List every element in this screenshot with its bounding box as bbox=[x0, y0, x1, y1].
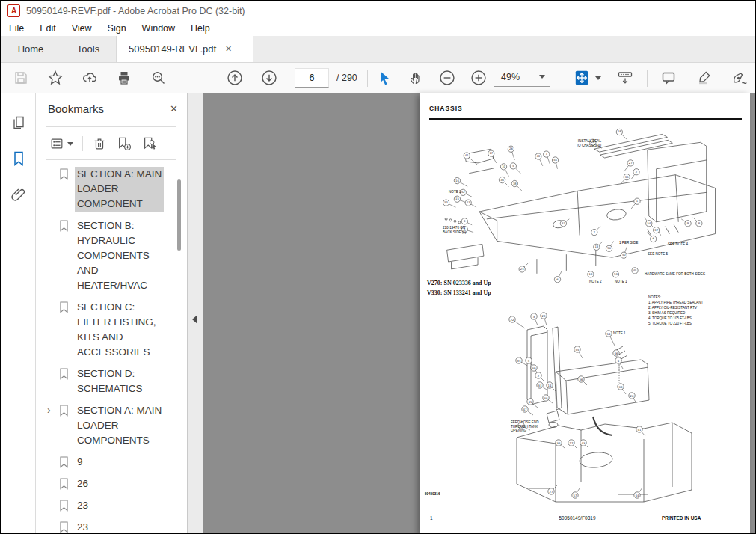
cloud-upload-icon[interactable] bbox=[81, 69, 99, 87]
svg-text:34: 34 bbox=[517, 359, 521, 363]
pdf-page[interactable]: CHASSIS bbox=[420, 93, 750, 534]
label-back-side: 210-19470 ON BACK SIDE (6) bbox=[443, 226, 466, 234]
bookmark-icon bbox=[58, 405, 70, 417]
tab-document-label: 50950149-REVF.pdf bbox=[129, 43, 216, 55]
svg-text:40: 40 bbox=[536, 155, 540, 158]
bookmark-item[interactable]: › SECTION A: MAIN LOADER COMPONENTS bbox=[36, 403, 176, 448]
tab-home[interactable]: Home bbox=[1, 36, 60, 62]
fill-sign-icon[interactable] bbox=[731, 69, 749, 87]
page-up-icon[interactable] bbox=[226, 69, 244, 87]
svg-text:33: 33 bbox=[562, 222, 565, 225]
bookmark-item[interactable]: › 23 bbox=[36, 520, 176, 533]
svg-text:33: 33 bbox=[538, 384, 542, 387]
note-line: 1. APPLY PIPE THREAD SEALANT bbox=[648, 300, 703, 305]
zoom-in-icon[interactable] bbox=[470, 69, 488, 87]
bookmark-label: SECTION A: MAIN LOADER COMPONENT bbox=[75, 167, 164, 212]
search-icon[interactable] bbox=[150, 69, 168, 87]
page-thumbnails-icon[interactable] bbox=[10, 114, 27, 131]
bookmark-item[interactable]: › 9 bbox=[36, 455, 176, 470]
menu-help[interactable]: Help bbox=[183, 22, 218, 35]
main-toolbar: / 290 49% bbox=[1, 63, 755, 93]
acrobat-window: A 50950149-REVF.pdf - Adobe Acrobat Pro … bbox=[0, 0, 756, 534]
svg-text:50: 50 bbox=[622, 254, 626, 257]
bookmark-icon bbox=[58, 368, 70, 380]
svg-text:38: 38 bbox=[513, 182, 517, 185]
bookmark-icon bbox=[58, 456, 70, 468]
bookmark-icon bbox=[58, 220, 70, 232]
bookmarks-scrollbar[interactable] bbox=[177, 179, 181, 251]
svg-text:44: 44 bbox=[636, 494, 639, 497]
zoom-level-value: 49% bbox=[501, 72, 520, 82]
comment-icon[interactable] bbox=[660, 69, 677, 87]
heading-rule bbox=[429, 118, 742, 120]
options-icon[interactable] bbox=[49, 136, 73, 151]
svg-text:30: 30 bbox=[619, 385, 623, 389]
chevron-down-icon[interactable] bbox=[595, 76, 601, 80]
tab-close-icon[interactable]: ✕ bbox=[225, 44, 232, 54]
page-total-label: / 290 bbox=[336, 73, 357, 83]
label-note3: NOTE 3 bbox=[449, 190, 461, 194]
star-icon[interactable] bbox=[46, 69, 64, 87]
svg-text:41: 41 bbox=[465, 154, 469, 157]
notes-block: NOTES: 1. APPLY PIPE THREAD SEALANT 2. A… bbox=[648, 295, 703, 326]
chevron-right-icon[interactable]: › bbox=[47, 404, 51, 416]
svg-text:17: 17 bbox=[489, 152, 493, 155]
label-see-note5: SEE NOTE 5 bbox=[648, 252, 668, 257]
notes-title: NOTES: bbox=[648, 295, 703, 300]
svg-text:52: 52 bbox=[461, 191, 465, 194]
svg-text:37: 37 bbox=[654, 229, 658, 232]
hand-icon[interactable] bbox=[407, 69, 425, 87]
zoom-out-icon[interactable] bbox=[438, 69, 456, 87]
svg-text:36: 36 bbox=[557, 441, 561, 445]
menu-sign[interactable]: Sign bbox=[100, 22, 135, 35]
svg-text:38: 38 bbox=[544, 396, 548, 400]
bookmark-item[interactable]: › SECTION A: MAIN LOADER COMPONENT bbox=[36, 167, 176, 212]
svg-text:28: 28 bbox=[630, 394, 634, 398]
print-icon[interactable] bbox=[115, 69, 133, 87]
collapse-panel-icon[interactable] bbox=[192, 315, 197, 324]
footer-printed-in-usa: PRINTED IN USA bbox=[662, 515, 701, 521]
menu-view[interactable]: View bbox=[64, 22, 100, 35]
save-icon[interactable] bbox=[12, 69, 30, 87]
bookmark-label: 9 bbox=[75, 455, 85, 470]
menu-window[interactable]: Window bbox=[135, 22, 183, 35]
svg-text:56: 56 bbox=[607, 247, 611, 250]
select-cursor-icon[interactable] bbox=[375, 69, 393, 87]
svg-text:13: 13 bbox=[594, 245, 598, 248]
goto-bookmark-icon[interactable] bbox=[141, 136, 158, 151]
svg-text:45: 45 bbox=[529, 400, 532, 404]
menu-file[interactable]: File bbox=[1, 22, 32, 35]
bookmarks-panel: Bookmarks ✕ › SECTION bbox=[36, 93, 188, 533]
page-down-icon[interactable] bbox=[260, 69, 278, 87]
scroll-mode-icon[interactable] bbox=[616, 69, 634, 87]
zoom-level-control[interactable]: 49% bbox=[494, 70, 550, 87]
bookmarks-nav-icon[interactable] bbox=[10, 150, 27, 167]
bookmark-item[interactable]: › SECTION D: SCHEMATICS bbox=[36, 366, 176, 396]
attachments-icon[interactable] bbox=[10, 186, 27, 203]
svg-text:35: 35 bbox=[625, 176, 629, 179]
tab-tools[interactable]: Tools bbox=[60, 36, 117, 62]
fit-page-icon[interactable] bbox=[573, 69, 591, 87]
svg-text:45: 45 bbox=[633, 269, 637, 272]
svg-text:54: 54 bbox=[607, 332, 611, 336]
highlight-icon[interactable] bbox=[695, 69, 713, 87]
page-number-input[interactable] bbox=[295, 68, 329, 88]
svg-text:2: 2 bbox=[636, 171, 637, 174]
document-area[interactable]: CHASSIS bbox=[203, 93, 755, 533]
trash-icon[interactable] bbox=[92, 136, 107, 151]
bookmarks-panel-title: Bookmarks bbox=[48, 102, 104, 115]
bookmark-label: SECTION C: FILTER LISTING, KITS AND ACCE… bbox=[75, 300, 159, 360]
note-line: 5. TORQUE TO 220 FT-LBS bbox=[648, 321, 703, 326]
fuel-tank-diagram: 2232954554643453923314363028384547464136… bbox=[484, 312, 723, 508]
new-bookmark-icon[interactable] bbox=[116, 136, 132, 151]
svg-text:43: 43 bbox=[582, 441, 586, 445]
bookmark-item[interactable]: › SECTION B: HYDRAULIC COMPONENTS AND HE… bbox=[36, 218, 176, 293]
panel-collapse-strip bbox=[188, 93, 203, 533]
svg-text:39: 39 bbox=[532, 366, 536, 370]
menu-edit[interactable]: Edit bbox=[32, 22, 64, 35]
bookmark-item[interactable]: › 26 bbox=[36, 476, 176, 491]
tab-document[interactable]: 50950149-REVF.pdf ✕ bbox=[116, 36, 253, 62]
bookmark-item[interactable]: › 23 bbox=[36, 498, 176, 513]
bookmark-item[interactable]: › SECTION C: FILTER LISTING, KITS AND AC… bbox=[36, 300, 176, 360]
close-icon[interactable]: ✕ bbox=[170, 103, 178, 114]
